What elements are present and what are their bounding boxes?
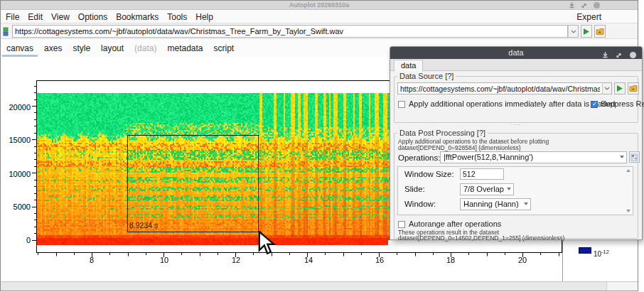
menu-tools[interactable]: Tools <box>167 12 187 22</box>
menu-edit[interactable]: Edit <box>28 12 43 22</box>
x-tick-label: 20 <box>512 256 533 264</box>
x-tick-label: 16 <box>369 256 390 264</box>
y-tick-label: 10000 <box>4 170 31 178</box>
data-dialog: data data Data Source [?] Apply addition… <box>390 46 643 240</box>
address-input[interactable] <box>12 25 568 38</box>
tab-canvas[interactable]: canvas <box>6 43 33 57</box>
x-tick-label: 8 <box>81 256 102 264</box>
menu-file[interactable]: File <box>6 12 19 22</box>
dialog-go-button[interactable] <box>614 82 626 94</box>
colorbar-min-label: 10-12 <box>594 249 609 258</box>
expert-mode-label[interactable]: Expert <box>576 12 601 22</box>
suppress-reset-label: Suppress Reset <box>601 99 644 108</box>
window-size-input[interactable] <box>460 168 504 180</box>
splitter-handle[interactable]: ··· <box>390 121 642 128</box>
dialog-tab-data[interactable]: data <box>394 60 423 71</box>
operations-editor-icon[interactable] <box>629 151 640 163</box>
result-dataset-text: dataset[DEPEND_0=14502,DEPEND_1=255] (di… <box>398 234 564 242</box>
input-dataset-label: dataset[DEPEND_0=928584] (dimensionless) <box>398 144 521 151</box>
x-tick-label: 14 <box>298 256 319 264</box>
plot-right-edge <box>562 241 563 283</box>
y-tick-label: 5000 <box>4 202 31 211</box>
autorange-checkbox[interactable] <box>398 221 405 228</box>
window-menu-icon[interactable] <box>593 1 601 9</box>
selection-box[interactable]: 8.9234 s <box>127 135 259 232</box>
statusbar <box>1 281 638 291</box>
window-function-combo[interactable]: Hanning (Hann) <box>460 198 531 210</box>
scroll-down-icon[interactable] <box>626 210 630 212</box>
open-file-button[interactable] <box>594 25 606 38</box>
address-bar-row <box>1 23 638 39</box>
datasource-type-icon <box>3 26 9 36</box>
resize-window-icon[interactable] <box>581 1 587 9</box>
dialog-url-dropdown[interactable] <box>602 82 612 94</box>
slide-combo[interactable]: 7/8 Overlap <box>460 183 514 195</box>
menubar: File Edit View Options Bookmarks Tools H… <box>1 11 638 23</box>
y-tick-label: 0 <box>4 236 31 244</box>
y-tick-label: 20000 <box>4 103 31 112</box>
selection-time-annotation: 8.9234 s <box>129 221 158 229</box>
slide-label: Slide: <box>404 185 425 193</box>
pin-window-icon[interactable] <box>569 1 575 9</box>
tab-axes[interactable]: axes <box>44 43 62 57</box>
y-tick-label: 15000 <box>4 136 31 144</box>
tab-data[interactable]: (data) <box>134 43 156 57</box>
apply-immediately-checkbox[interactable] <box>398 101 405 108</box>
data-source-group-title: Data Source [?] <box>397 72 456 80</box>
operations-combo[interactable]: |fftPower(512,8,'Hanning') <box>440 151 627 163</box>
tab-layout[interactable]: layout <box>101 43 124 57</box>
apply-immediately-label: Apply additional operations immediately … <box>409 99 615 108</box>
colorbar-min-swatch <box>579 247 591 254</box>
post-processing-group-title: Data Post Processing [?] <box>397 129 488 137</box>
data-dialog-titlebar[interactable]: data <box>390 47 642 59</box>
go-button[interactable] <box>581 25 592 38</box>
window-size-label: Window Size: <box>404 170 454 178</box>
tab-style[interactable]: style <box>73 43 90 57</box>
operations-label: Operations: <box>398 153 440 162</box>
menu-help[interactable]: Help <box>195 12 213 22</box>
window-function-label: Window: <box>404 200 436 208</box>
dialog-url-input[interactable] <box>397 82 603 94</box>
x-tick-label: 12 <box>225 256 247 264</box>
window-title: Autoplot 20260310a <box>1 1 638 9</box>
tab-script[interactable]: script <box>214 43 235 57</box>
menu-bookmarks[interactable]: Bookmarks <box>116 12 159 22</box>
suppress-reset-checkbox[interactable] <box>591 101 598 108</box>
autorange-label: Autorange after operations <box>409 220 501 228</box>
main-titlebar[interactable]: Autoplot 20260310a <box>1 1 638 10</box>
scroll-up-icon[interactable] <box>626 169 630 172</box>
address-history-dropdown[interactable] <box>568 25 579 38</box>
mouse-cursor-icon <box>257 231 277 258</box>
menu-options[interactable]: Options <box>78 12 107 22</box>
x-tick-label: 18 <box>440 256 461 264</box>
dialog-inspect-button[interactable] <box>628 82 639 94</box>
progress-area <box>606 282 638 291</box>
menu-view[interactable]: View <box>51 12 70 22</box>
dialog-tabstrip: data <box>390 59 642 71</box>
tab-metadata[interactable]: metadata <box>167 43 203 57</box>
x-tick-label: 10 <box>154 256 175 264</box>
screen: Autoplot 20260310a File Edit View Option… <box>0 0 644 292</box>
